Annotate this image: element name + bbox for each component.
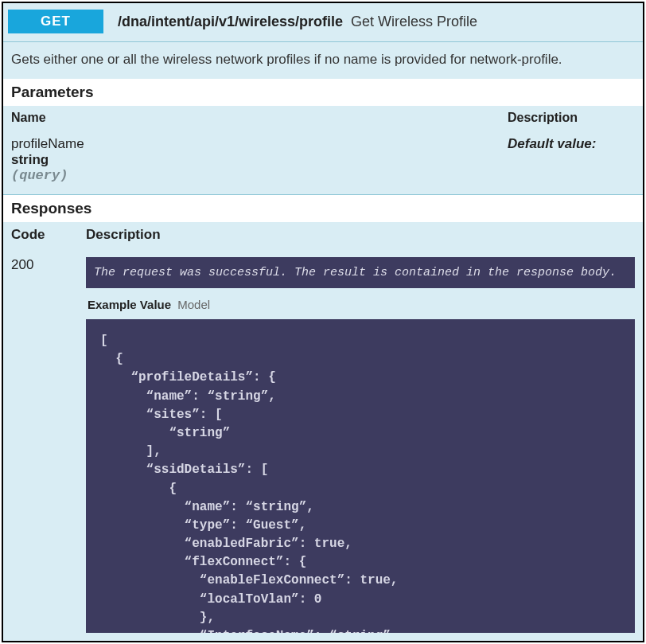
operation-summary: Gets either one or all the wireless netw…: [3, 42, 643, 79]
col-code-header: Code: [11, 227, 67, 243]
parameter-info: profileName string (query): [11, 136, 508, 183]
response-code: 200: [11, 257, 67, 633]
parameter-location: (query): [11, 168, 508, 183]
http-method-badge: GET: [8, 10, 103, 33]
col-name-header: Name: [11, 111, 508, 125]
responses-columns: Code Description: [3, 222, 643, 248]
operation-header[interactable]: GET /dna/intent/api/v1/wireless/profile …: [3, 3, 643, 42]
responses-heading: Responses: [3, 195, 643, 222]
parameter-default-label: Default value:: [508, 136, 635, 183]
operation-title: Get Wireless Profile: [351, 14, 477, 30]
response-content: The request was successful. The result i…: [86, 257, 635, 633]
tab-model[interactable]: Model: [177, 298, 210, 311]
parameter-name: profileName: [11, 136, 508, 152]
parameter-type: string: [11, 152, 508, 168]
endpoint-path: /dna/intent/api/v1/wireless/profile: [118, 14, 343, 30]
parameters-columns: Name Description: [3, 106, 643, 130]
col-resp-desc-header: Description: [86, 227, 635, 243]
response-status-message: The request was successful. The result i…: [86, 257, 635, 288]
response-body: 200 The request was successful. The resu…: [3, 248, 643, 641]
col-desc-header: Description: [508, 111, 635, 125]
tab-example-value[interactable]: Example Value: [88, 298, 171, 311]
response-tabs: Example Value Model: [86, 296, 635, 311]
example-value-code[interactable]: [ { “profileDetails”: { “name”: “string”…: [86, 319, 635, 633]
parameter-row: profileName string (query) Default value…: [3, 130, 643, 195]
api-operation-panel: GET /dna/intent/api/v1/wireless/profile …: [2, 2, 644, 642]
path-wrap: /dna/intent/api/v1/wireless/profile Get …: [118, 14, 477, 30]
parameters-heading: Parameters: [3, 79, 643, 106]
